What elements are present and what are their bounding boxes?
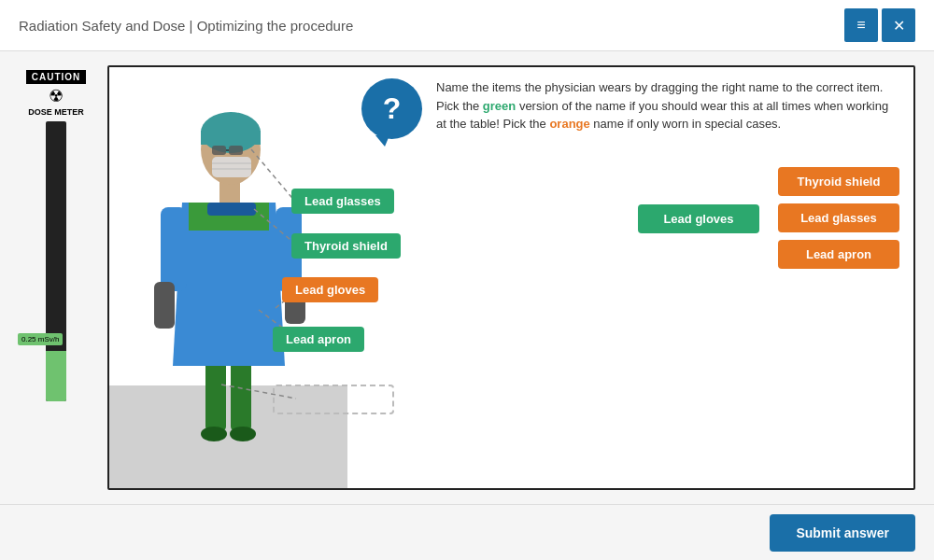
footer: Submit answer [0,504,934,560]
close-button[interactable]: ✕ [882,8,915,42]
lead-apron-label[interactable]: Lead apron [273,327,364,352]
svg-rect-7 [189,203,269,231]
lead-glasses-label[interactable]: Lead glasses [291,189,394,214]
svg-rect-8 [161,207,187,291]
avail-lead-apron[interactable]: Lead apron [778,240,899,269]
dose-line-5 [48,384,64,385]
available-labels-col-2: Thyroid shield Lead glasses Lead apron [778,167,899,269]
svg-line-23 [251,149,296,203]
dose-line-6 [48,392,64,394]
question-bubble: ? [361,78,422,139]
svg-rect-17 [229,146,243,155]
main-content: CAUTION ☢ DOSE METER 0.25 mSv/h [0,51,934,504]
avail-thyroid-shield[interactable]: Thyroid shield [778,167,899,196]
exercise-panel: Lead glasses Thyroid shield Lead gloves … [107,65,915,490]
dose-meter-panel: CAUTION ☢ DOSE METER 0.25 mSv/h [19,65,93,490]
dose-value-label: 0.25 mSv/h [18,333,63,345]
svg-marker-6 [173,203,285,366]
xray-icon: ☢ [49,86,64,106]
svg-rect-16 [212,146,226,155]
instruction-text: Name the items the physician wears by dr… [436,78,899,139]
header: Radiation Safety and Dose | Optimizing t… [0,0,934,51]
svg-point-13 [201,114,261,185]
svg-rect-22 [207,203,256,216]
dose-line-4 [48,376,64,378]
instruction-orange-word: orange [549,117,589,131]
dose-meter-text: DOSE METER [28,107,84,117]
dose-lines [46,345,66,401]
thyroid-shield-label[interactable]: Thyroid shield [291,233,401,259]
svg-rect-12 [219,161,240,207]
instruction-area: ? Name the items the physician wears by … [361,78,899,139]
exercise-main: Lead glasses Thyroid shield Lead gloves … [109,67,913,488]
svg-rect-19 [212,157,251,177]
available-labels-col: Lead gloves [638,204,759,269]
dose-line-1 [48,353,64,355]
svg-rect-15 [201,131,261,145]
available-labels-area: Lead gloves Thyroid shield Lead glasses … [361,167,899,269]
dose-line-3 [48,369,64,371]
header-buttons: ≡ ✕ [844,8,915,42]
avail-lead-glasses[interactable]: Lead glasses [778,203,899,232]
empty-drop-label[interactable] [273,385,394,414]
header-title: Radiation Safety and Dose | Optimizing t… [19,18,353,34]
menu-button[interactable]: ≡ [844,8,878,42]
dose-line-2 [48,361,64,363]
lead-gloves-label[interactable]: Lead gloves [282,277,378,302]
instruction-green-word: green [483,99,516,113]
dose-bar-container: 0.25 mSv/h [46,121,66,401]
physician-figure-area: Lead glasses Thyroid shield Lead gloves … [109,67,347,488]
question-mark: ? [383,91,402,126]
svg-line-24 [254,209,296,245]
submit-button[interactable]: Submit answer [770,514,915,552]
svg-point-14 [201,112,261,153]
svg-rect-5 [182,203,276,366]
caution-label: CAUTION [26,70,87,84]
avail-lead-gloves[interactable]: Lead gloves [638,204,759,233]
svg-rect-9 [154,282,175,329]
right-panel: ? Name the items the physician wears by … [347,67,913,488]
dose-bar-fill [46,351,66,401]
instruction-text-part3: name if only worn in special cases. [590,117,781,131]
